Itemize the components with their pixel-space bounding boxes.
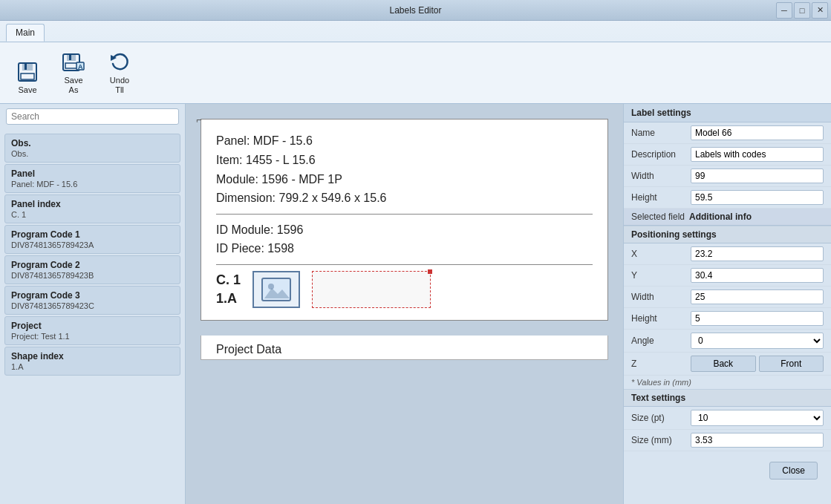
list-item-shape-index[interactable]: Shape index 1.A xyxy=(4,347,180,376)
canvas-scroll[interactable]: ⌐ Panel: MDF - 15.6 Item: 1455 - L 15.6 … xyxy=(186,104,623,504)
list-item-value: Obs. xyxy=(11,149,174,158)
maximize-button[interactable]: □ xyxy=(794,2,810,19)
list-item-title: Shape index xyxy=(11,351,174,361)
tab-main[interactable]: Main xyxy=(6,24,45,42)
pos-angle-select[interactable]: 0 90 180 270 xyxy=(691,333,824,349)
ribbon-content: Save A SaveAs Und xyxy=(0,42,831,103)
text-settings-header: Text settings xyxy=(624,389,831,407)
field-width-label: Width xyxy=(631,171,691,181)
list-item-value: DIV87481365789423B xyxy=(11,271,174,280)
z-buttons: Back Front xyxy=(691,356,824,372)
field-name-input[interactable] xyxy=(691,125,824,140)
label-bottom-row: C. 1 1.A xyxy=(216,271,593,308)
save-button[interactable]: Save xyxy=(7,56,48,99)
close-button[interactable]: Close xyxy=(769,462,818,480)
pos-y-label: Y xyxy=(631,270,691,281)
pos-x-label: X xyxy=(631,249,691,259)
text-size-pt-label: Size (pt) xyxy=(631,413,691,423)
list-item[interactable]: Program Code 3 DIV87481365789423C xyxy=(4,286,180,315)
list-item[interactable]: Panel index C. 1 xyxy=(4,194,180,223)
selected-field-label: Selected field xyxy=(631,212,685,222)
field-width-input[interactable] xyxy=(691,168,824,183)
partial-section: Project Data xyxy=(201,336,608,360)
window-controls: ─ □ ✕ xyxy=(776,2,828,19)
list-item-value: 1.A xyxy=(11,362,174,371)
svg-rect-1 xyxy=(22,63,33,71)
image-selected-box[interactable] xyxy=(312,271,431,308)
list-item-value: DIV87481365789423A xyxy=(11,240,174,249)
partial-title: Project Data xyxy=(216,343,593,356)
canvas-id-line-2: ID Piece: 1598 xyxy=(216,239,593,258)
list-item-value: Panel: MDF - 15.6 xyxy=(11,180,174,189)
list-item-value: C. 1 xyxy=(11,210,174,219)
save-as-icon: A xyxy=(62,50,85,74)
pos-y-input[interactable] xyxy=(691,268,824,283)
image-placeholder[interactable] xyxy=(252,271,300,308)
text-size-pt-row: Size (pt) 10 8 12 14 xyxy=(624,407,831,430)
search-input[interactable] xyxy=(6,108,179,125)
values-note: * Values in (mm) xyxy=(624,376,831,389)
ribbon-tabs: Main xyxy=(0,24,831,42)
field-name-label: Name xyxy=(631,128,691,138)
undo-all-button[interactable]: UndoTll xyxy=(100,47,140,99)
list-item[interactable]: Program Code 2 DIV87481365789423B xyxy=(4,255,180,284)
pos-height-input[interactable] xyxy=(691,311,824,326)
pos-z-label: Z xyxy=(631,359,691,369)
canvas-id-line-1: ID Module: 1596 xyxy=(216,220,593,240)
label-canvas[interactable]: Panel: MDF - 15.6 Item: 1455 - L 15.6 Mo… xyxy=(201,119,608,321)
right-panel: Label settings Name Description Width He… xyxy=(623,104,831,504)
list-item[interactable]: Program Code 1 DIV87481365789423A xyxy=(4,225,180,254)
list-item-title: Program Code 1 xyxy=(11,229,174,240)
list-item-title: Program Code 2 xyxy=(11,260,174,270)
list-item-title: Obs. xyxy=(11,138,174,148)
field-height-label: Height xyxy=(631,192,691,203)
field-height-row: Height xyxy=(624,187,831,209)
z-front-button[interactable]: Front xyxy=(759,356,824,372)
svg-rect-6 xyxy=(65,63,77,68)
canvas-line-4: Dimension: 799.2 x 549.6 x 15.6 xyxy=(216,189,593,208)
text-size-mm-label: Size (mm) xyxy=(631,435,691,445)
field-description-row: Description xyxy=(624,144,831,166)
selection-corner xyxy=(428,269,432,274)
list-item[interactable]: Project Project: Test 1.1 xyxy=(4,316,180,345)
undo-icon xyxy=(108,50,131,74)
minimize-button[interactable]: ─ xyxy=(776,2,792,19)
z-back-button[interactable]: Back xyxy=(691,356,756,372)
pos-y-row: Y xyxy=(624,265,831,287)
svg-text:A: A xyxy=(78,63,83,71)
list-item[interactable]: Obs. Obs. xyxy=(4,134,180,163)
svg-point-12 xyxy=(268,284,274,289)
save-as-button[interactable]: A SaveAs xyxy=(53,47,94,99)
title-bar: Labels Editor ─ □ ✕ xyxy=(0,0,831,21)
undo-all-label: UndoTll xyxy=(110,76,129,95)
save-icon xyxy=(16,60,39,84)
text-size-pt-select[interactable]: 10 8 12 14 xyxy=(691,410,824,426)
pos-x-input[interactable] xyxy=(691,246,824,261)
canvas-line-1: Panel: MDF - 15.6 xyxy=(216,131,593,151)
pos-width-row: Width xyxy=(624,287,831,308)
list-item-title: Program Code 3 xyxy=(11,290,174,301)
svg-rect-3 xyxy=(25,64,27,70)
pos-height-row: Height xyxy=(624,308,831,330)
pos-height-label: Height xyxy=(631,313,691,324)
left-panel: Obs. Obs. Panel Panel: MDF - 15.6 Panel … xyxy=(0,104,186,504)
pos-x-row: X xyxy=(624,243,831,265)
pos-width-label: Width xyxy=(631,292,691,302)
list-item[interactable]: Panel Panel: MDF - 15.6 xyxy=(4,164,180,193)
list-item-value: DIV87481365789423C xyxy=(11,301,174,310)
save-as-label: SaveAs xyxy=(64,76,82,95)
svg-rect-7 xyxy=(69,55,71,60)
list-item-title: Panel index xyxy=(11,199,174,209)
selected-field-row: Selected field Additional info xyxy=(624,209,831,226)
field-description-input[interactable] xyxy=(691,147,824,162)
close-button[interactable]: ✕ xyxy=(812,2,828,19)
field-description-label: Description xyxy=(631,149,691,160)
text-size-mm-input[interactable] xyxy=(691,433,824,448)
selected-field-value: Additional info xyxy=(689,212,752,222)
field-height-input[interactable] xyxy=(691,190,824,205)
left-list: Obs. Obs. Panel Panel: MDF - 15.6 Panel … xyxy=(0,129,185,504)
canvas-area: ⌐ Panel: MDF - 15.6 Item: 1455 - L 15.6 … xyxy=(186,104,623,504)
pos-width-input[interactable] xyxy=(691,289,824,304)
pos-angle-row: Angle 0 90 180 270 xyxy=(624,330,831,353)
ribbon: Main Save A xyxy=(0,21,831,104)
